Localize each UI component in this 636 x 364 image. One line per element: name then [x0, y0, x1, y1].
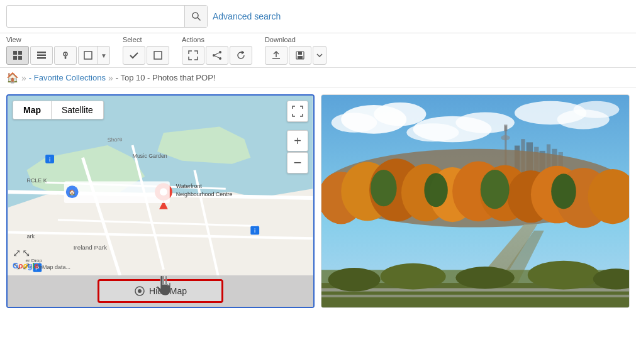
advanced-search-link[interactable]: Advanced search — [213, 11, 281, 21]
svg-rect-11 — [84, 52, 92, 59]
hide-map-overlay: Hide Map — [8, 275, 313, 307]
svg-point-86 — [371, 170, 397, 206]
svg-point-62 — [574, 101, 620, 118]
svg-text:Neighbourhood Centre: Neighbourhood Centre — [176, 191, 233, 197]
download-save-button[interactable] — [289, 46, 311, 65]
svg-point-88 — [481, 170, 510, 209]
svg-text:i: i — [49, 156, 50, 163]
actions-refresh-button[interactable] — [230, 46, 252, 65]
breadcrumb-sep-2: » — [108, 73, 113, 83]
map-expand-topright-icon[interactable]: ⤡ — [22, 247, 30, 259]
search-bar: Advanced search — [0, 0, 636, 33]
svg-text:Music Garden: Music Garden — [133, 153, 167, 159]
svg-point-98 — [455, 267, 515, 289]
hide-map-button[interactable]: Hide Map — [98, 279, 223, 303]
search-input[interactable] — [7, 12, 184, 21]
breadcrumb-sep-1: » — [21, 73, 26, 83]
svg-point-87 — [424, 173, 447, 207]
view-grid-button[interactable] — [6, 46, 29, 65]
breadcrumb-collections-link[interactable]: - Favorite Collections — [29, 73, 106, 82]
actions-buttons — [182, 46, 252, 65]
google-logo: Google — [13, 262, 38, 270]
svg-text:ark: ark — [27, 233, 35, 240]
select-check-button[interactable] — [123, 46, 145, 65]
svg-rect-73 — [504, 124, 507, 131]
svg-line-16 — [215, 53, 219, 55]
view-list-button[interactable] — [30, 46, 53, 65]
svg-text:Shore: Shore — [107, 136, 123, 143]
map-data-attribution: Map data... — [42, 264, 70, 270]
map-zoom-out-button[interactable]: − — [287, 152, 308, 174]
select-label: Select — [123, 36, 142, 43]
hide-map-label: Hide Map — [149, 286, 187, 296]
svg-point-13 — [219, 51, 221, 53]
toolbar: View ▼ Select — [0, 33, 636, 68]
svg-rect-12 — [154, 52, 162, 59]
download-group: Download — [265, 36, 326, 65]
breadcrumb-current-page: - Top 10 - Photos that POP! — [116, 73, 216, 82]
actions-share-button[interactable] — [206, 46, 228, 65]
svg-point-15 — [219, 57, 221, 60]
view-label: View — [6, 36, 21, 43]
view-map-button[interactable] — [54, 46, 77, 65]
svg-text:i: i — [254, 227, 255, 234]
select-square-button[interactable] — [147, 46, 169, 65]
map-zoom-in-button[interactable]: + — [287, 130, 308, 152]
svg-point-96 — [328, 268, 380, 291]
download-buttons — [265, 46, 326, 65]
svg-point-10 — [65, 53, 66, 55]
svg-rect-3 — [18, 51, 22, 55]
svg-point-72 — [501, 135, 510, 140]
home-icon[interactable]: 🏠 — [6, 72, 19, 84]
view-buttons: ▼ — [6, 46, 110, 65]
landscape-photo — [321, 95, 629, 307]
svg-point-97 — [381, 263, 446, 290]
svg-point-56 — [332, 113, 377, 133]
download-label: Download — [265, 36, 296, 43]
svg-line-1 — [198, 18, 200, 20]
map-type-satellite-button[interactable]: Satellite — [52, 101, 103, 119]
search-input-wrap — [6, 5, 208, 28]
svg-rect-6 — [37, 52, 46, 53]
actions-expand-button[interactable] — [182, 46, 204, 65]
svg-point-52 — [138, 289, 142, 293]
svg-text:Waterfront: Waterfront — [176, 183, 203, 189]
download-upload-button[interactable] — [265, 46, 287, 65]
download-more-button[interactable] — [313, 46, 326, 65]
svg-text:Ireland Park: Ireland Park — [74, 244, 107, 251]
map-panel: i i P 🏠 Waterfront Neighbourhood Centre … — [6, 94, 315, 308]
main-content: i i P 🏠 Waterfront Neighbourhood Centre … — [0, 88, 636, 364]
svg-rect-19 — [298, 52, 302, 55]
svg-text:RCLE K: RCLE K — [27, 177, 47, 184]
map-type-map-button[interactable]: Map — [13, 101, 52, 119]
view-dropdown-arrow: ▼ — [98, 47, 109, 64]
svg-rect-5 — [18, 56, 22, 60]
svg-rect-95 — [321, 295, 629, 297]
svg-rect-39 — [64, 181, 170, 203]
map-type-bar: Map Satellite — [13, 101, 104, 119]
svg-rect-2 — [13, 51, 17, 55]
actions-group: Actions — [182, 36, 252, 65]
view-group: View ▼ — [6, 36, 110, 65]
search-button[interactable] — [184, 6, 207, 27]
breadcrumb: 🏠 » - Favorite Collections » - Top 10 - … — [0, 68, 636, 88]
svg-point-55 — [374, 102, 426, 126]
svg-point-99 — [528, 261, 600, 290]
view-more-button[interactable]: ▼ — [78, 46, 110, 65]
select-buttons — [123, 46, 169, 65]
svg-point-59 — [406, 123, 459, 141]
map-zoom-controls: + − — [287, 130, 308, 174]
svg-rect-4 — [13, 56, 17, 60]
select-group: Select — [123, 36, 169, 65]
svg-rect-8 — [37, 57, 46, 59]
actions-label: Actions — [182, 36, 204, 43]
view-square-icon — [79, 47, 98, 64]
svg-line-17 — [215, 56, 219, 58]
svg-rect-7 — [37, 55, 46, 57]
svg-point-14 — [213, 54, 215, 57]
svg-text:🏠: 🏠 — [69, 189, 76, 196]
map-fullscreen-button[interactable] — [287, 101, 308, 122]
svg-point-89 — [551, 174, 576, 209]
photo-panel — [321, 94, 630, 308]
map-expand-topleft-icon[interactable]: ⤢ — [13, 247, 21, 259]
